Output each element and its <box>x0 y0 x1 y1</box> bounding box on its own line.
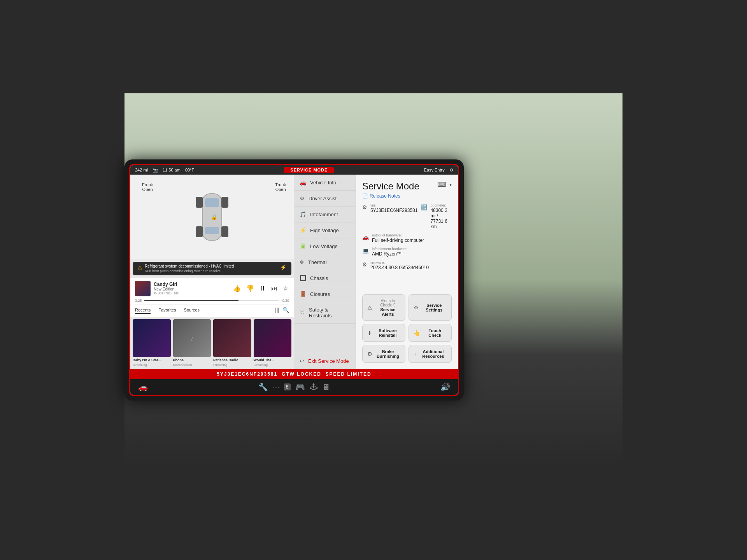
progress-fill <box>144 300 238 301</box>
release-notes-text: Release Notes <box>370 193 400 199</box>
chevron-down-icon[interactable]: ▾ <box>449 182 452 187</box>
thumb-sub-2: Disconnected <box>173 363 211 367</box>
nav-high-voltage[interactable]: ⚡ High Voltage <box>294 222 356 238</box>
svg-rect-3 <box>196 226 203 237</box>
thumb-item-2[interactable]: ♪ Phone Disconnected <box>173 319 211 367</box>
nav-favorites[interactable]: Favorites <box>158 307 176 314</box>
song-title: Candy Girl <box>154 282 229 287</box>
svg-rect-5 <box>205 198 219 207</box>
nav-exit-service-mode[interactable]: ↩ Exit Service Mode <box>294 353 356 369</box>
additional-resources-text: Additional Resources <box>420 349 447 359</box>
taskbar-game-icon[interactable]: 🕹 <box>310 383 317 392</box>
next-button[interactable]: ⏭ <box>270 284 278 293</box>
thumbs-down-button[interactable]: 👎 <box>245 284 255 293</box>
car-diagram: Frunk Open Trunk Open <box>130 175 294 259</box>
progress-bar-wrap: 3:25 -0:30 <box>135 299 289 303</box>
alert-title: Refrigerant system decommissioned - HVAC… <box>145 264 278 268</box>
thumb-art-3 <box>213 319 251 357</box>
nav-safety-restraints[interactable]: 🛡 Safety & Restraints <box>294 302 356 324</box>
thumb-title-1: Baby I'm A Star... <box>133 358 171 362</box>
main-content: Frunk Open Trunk Open <box>130 175 458 369</box>
status-bar-right: Easy Entry ⚙ <box>424 168 453 173</box>
trunk-status: Open <box>275 187 286 192</box>
touch-check-label: Touch Check <box>423 328 447 338</box>
car-top-view-svg: 🔒 <box>181 190 243 244</box>
thumb-item-1[interactable]: Baby I'm A Star... Streaming <box>133 319 171 367</box>
nav-closures[interactable]: 🚪 Closures <box>294 286 356 302</box>
vehicle-info-icon: 🚗 <box>300 179 306 186</box>
nav-low-voltage[interactable]: 🔋 Low Voltage <box>294 238 356 254</box>
taskbar-screen-icon[interactable]: 🖥 <box>322 383 330 392</box>
thumb-art-1 <box>133 319 171 357</box>
service-mode-panel: Service Mode ⌨ ▾ 📄 Release Notes ⚙ <box>356 175 458 369</box>
thumb-art-2: ♪ <box>173 319 211 357</box>
service-alerts-count: Alerts to Check: 9 <box>375 299 400 307</box>
touch-check-button[interactable]: 👆 Touch Check <box>409 324 452 342</box>
additional-resources-label: Additional Resources <box>420 349 447 359</box>
service-alerts-text: Alerts to Check: 9 Service Alerts <box>375 299 400 317</box>
nav-thermal[interactable]: ❄ Thermal <box>294 254 356 270</box>
thumb-art-4 <box>254 319 292 357</box>
thumb-item-3[interactable]: Patience Radio Streaming <box>213 319 251 367</box>
driver-assist-icon: ⚙ <box>300 195 305 201</box>
nav-infotainment[interactable]: 🎵 Infotainment <box>294 206 356 222</box>
exit-icon: ↩ <box>300 358 304 364</box>
nav-driver-assist[interactable]: ⚙ Driver Assist <box>294 191 356 206</box>
taskbar-volume-icon[interactable]: 🔊 <box>440 382 450 392</box>
outer-photo: 242 mi 📷 11:50 am 00°F SERVICE MODE Easy… <box>124 93 622 467</box>
song-album: New Edition <box>154 287 229 291</box>
nav-vehicle-info[interactable]: 🚗 Vehicle Info <box>294 175 356 191</box>
additional-resources-button[interactable]: + Additional Resources <box>409 345 452 363</box>
music-player: Candy Girl New Edition ♻ 80s R&B Hits 👍 … <box>130 278 294 317</box>
odometer-label: Odometer: <box>430 203 451 207</box>
player-controls: 👍 👎 ⏸ ⏭ ☆ <box>232 284 289 293</box>
favorite-button[interactable]: ☆ <box>282 284 289 293</box>
nav-recents[interactable]: Recents <box>135 307 151 314</box>
nav-sources[interactable]: Sources <box>184 307 200 314</box>
status-bar: 242 mi 📷 11:50 am 00°F SERVICE MODE Easy… <box>130 165 458 175</box>
nav-safety-label: Safety & Restraints <box>309 307 350 318</box>
equalizer-icon[interactable]: ||| <box>275 307 279 314</box>
settings-icon[interactable]: ⚙ <box>449 168 453 173</box>
thumbs-up-button[interactable]: 👍 <box>232 284 242 293</box>
software-reinstall-button[interactable]: ⬇ Software Reinstall <box>362 324 405 342</box>
firmware-value: 2023.44.30.8 06f534d46010 <box>370 265 452 270</box>
left-panel: Frunk Open Trunk Open <box>130 175 294 369</box>
service-settings-button[interactable]: ⚙ Service Settings <box>409 294 452 321</box>
svg-rect-6 <box>205 227 219 234</box>
vin-icon: ⚙ <box>362 204 367 210</box>
taskbar-media-icon[interactable]: 🎮 <box>295 382 305 392</box>
firmware-content: Firmware: 2023.44.30.8 06f534d46010 <box>370 261 452 270</box>
warning-icon: ⚠ <box>137 264 142 271</box>
brake-burnishing-button[interactable]: ⚙ Brake Burnishing <box>362 345 405 363</box>
taskbar-more-icon[interactable]: ··· <box>273 383 279 392</box>
service-alerts-icon: ⚠ <box>367 304 372 311</box>
svg-rect-4 <box>221 226 228 237</box>
taskbar-right: 🔊 <box>440 382 450 392</box>
nav-closures-label: Closures <box>310 291 330 297</box>
taskbar-car-icon[interactable]: 🚗 <box>138 382 148 392</box>
vin-odometer-row: ⚙ VIN: 5YJ3E1EC6NF293581 🔢 Odometer: 483… <box>362 203 452 229</box>
easy-entry-label: Easy Entry <box>424 168 445 172</box>
search-icon[interactable]: 🔍 <box>282 307 289 314</box>
alert-subtitle: Run heat pump commissioning routine to r… <box>145 269 278 273</box>
infotainment-hw-content: Infotainment Hardware: AMD Ryzen™ <box>372 247 452 257</box>
release-notes-link[interactable]: 📄 Release Notes <box>362 193 452 199</box>
player-nav: Recents Favorites Sources ||| 🔍 <box>135 304 289 314</box>
additional-resources-icon: + <box>414 351 417 357</box>
svg-text:🔒: 🔒 <box>211 214 218 220</box>
taskbar-wrench-icon[interactable]: 🔧 <box>258 382 268 392</box>
service-mode-badge: SERVICE MODE <box>284 167 334 173</box>
bottom-vin: 5YJ3E1EC6NF293581 <box>217 371 277 377</box>
thumb-item-4[interactable]: Would Tha... Streaming <box>254 319 292 367</box>
nav-low-voltage-label: Low Voltage <box>310 243 338 249</box>
song-source: ♻ 80s R&B Hits <box>154 291 229 295</box>
translate-icon[interactable]: ⌨ <box>437 181 446 188</box>
service-alerts-button[interactable]: ⚠ Alerts to Check: 9 Service Alerts <box>362 294 405 321</box>
pause-button[interactable]: ⏸ <box>259 284 267 293</box>
alert-banner: ⚠ Refrigerant system decommissioned - HV… <box>133 262 291 275</box>
progress-bar[interactable] <box>144 300 279 301</box>
nav-chassis[interactable]: 🔲 Chassis <box>294 270 356 286</box>
frunk-status: Open <box>142 187 153 192</box>
taskbar-badge-icon[interactable]: 8 <box>284 383 291 390</box>
